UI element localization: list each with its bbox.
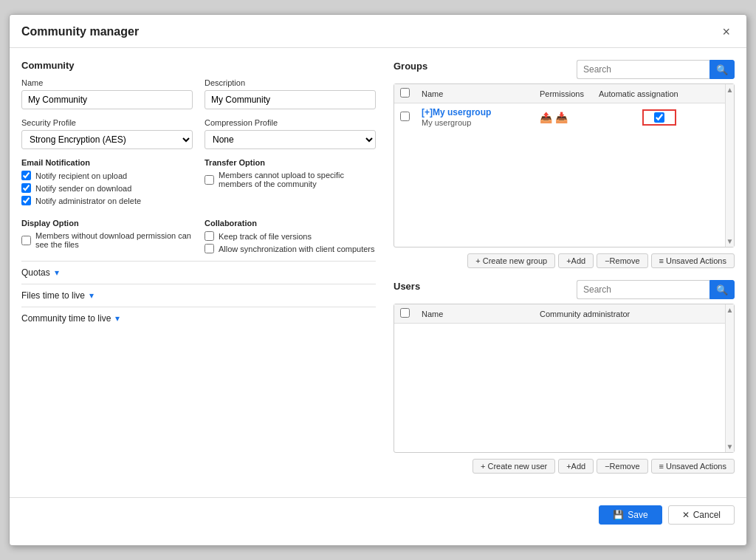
users-table-wrapper: Name Community administrator ▲ ▼ bbox=[394, 304, 735, 453]
save-button[interactable]: 💾 Save bbox=[599, 505, 662, 525]
table-row: [+]My usergroup My usergroup 📤 📥 bbox=[394, 103, 725, 132]
users-table-scroll[interactable]: Name Community administrator bbox=[394, 304, 725, 452]
group-subname: My usergroup bbox=[422, 118, 471, 127]
users-search-box: 🔍 bbox=[577, 280, 735, 299]
groups-table: Name Permissions Automatic assignation [… bbox=[394, 84, 725, 132]
description-input[interactable] bbox=[205, 90, 376, 109]
email-transfer-section: Email Notification Notify recipient on u… bbox=[21, 158, 376, 213]
users-add-button[interactable]: +Add bbox=[558, 459, 594, 474]
email-notification-title: Email Notification bbox=[21, 158, 193, 167]
create-new-user-button[interactable]: + Create new user bbox=[472, 459, 555, 474]
compression-profile-select[interactable]: None bbox=[205, 130, 376, 149]
allow-sync-checkbox[interactable] bbox=[205, 244, 214, 253]
cancel-button[interactable]: ✕ Cancel bbox=[668, 505, 735, 525]
users-check-col-header bbox=[394, 304, 416, 324]
create-new-group-button[interactable]: + Create new group bbox=[467, 253, 555, 268]
dialog-title: Community manager bbox=[21, 25, 139, 38]
files-time-row[interactable]: Files time to live ▾ bbox=[21, 284, 376, 307]
name-label: Name bbox=[21, 78, 193, 87]
notify-recipient-label[interactable]: Notify recipient on upload bbox=[21, 171, 193, 180]
security-compression-row: Security Profile Strong Encryption (AES)… bbox=[21, 118, 376, 149]
security-profile-group: Security Profile Strong Encryption (AES) bbox=[21, 118, 193, 149]
groups-remove-button[interactable]: −Remove bbox=[597, 253, 647, 268]
dialog-body: Community Name Description Security Prof… bbox=[10, 48, 746, 497]
display-option-label[interactable]: Members without download permission can … bbox=[21, 231, 193, 249]
description-group: Description bbox=[205, 78, 376, 109]
users-search-input[interactable] bbox=[577, 280, 709, 299]
groups-permissions-col-header: Permissions bbox=[534, 84, 593, 103]
auto-assign-container bbox=[599, 109, 719, 126]
compression-profile-label: Compression Profile bbox=[205, 118, 376, 127]
community-section-title: Community bbox=[21, 60, 376, 71]
collaboration-title: Collaboration bbox=[205, 219, 376, 228]
quotas-row[interactable]: Quotas ▾ bbox=[21, 261, 376, 284]
allow-sync-label[interactable]: Allow synchronization with client comput… bbox=[205, 244, 376, 253]
users-scrollbar[interactable]: ▲ ▼ bbox=[725, 304, 734, 452]
community-time-chevron-icon: ▾ bbox=[115, 313, 120, 324]
groups-search-box: 🔍 bbox=[577, 60, 735, 79]
keep-track-checkbox[interactable] bbox=[205, 231, 214, 241]
transfer-col: Transfer Option Members cannot upload to… bbox=[205, 158, 376, 213]
save-icon: 💾 bbox=[613, 510, 624, 520]
transfer-option-checkbox[interactable] bbox=[205, 175, 214, 185]
groups-unsaved-button[interactable]: ≡ Unsaved Actions bbox=[651, 253, 735, 268]
users-admin-col-header: Community administrator bbox=[534, 304, 725, 324]
collaboration-col: Collaboration Keep track of file version… bbox=[205, 219, 376, 261]
description-label: Description bbox=[205, 78, 376, 87]
notify-sender-label[interactable]: Notify sender on download bbox=[21, 183, 193, 193]
scroll-up-icon[interactable]: ▲ bbox=[726, 86, 734, 94]
close-button[interactable]: × bbox=[718, 24, 735, 40]
scroll-down-icon[interactable]: ▼ bbox=[726, 237, 734, 245]
notify-admin-checkbox[interactable] bbox=[21, 196, 31, 205]
groups-check-col-header bbox=[394, 84, 416, 103]
groups-add-button[interactable]: +Add bbox=[558, 253, 594, 268]
download-icon: 📥 bbox=[555, 112, 568, 123]
compression-profile-group: Compression Profile None bbox=[205, 118, 376, 149]
users-select-all-checkbox[interactable] bbox=[400, 308, 410, 318]
groups-header: Groups 🔍 bbox=[394, 60, 735, 79]
notify-admin-label[interactable]: Notify administrator on delete bbox=[21, 196, 193, 205]
groups-name-col-header: Name bbox=[416, 84, 534, 103]
display-col: Display Option Members without download … bbox=[21, 219, 193, 261]
groups-scrollbar[interactable]: ▲ ▼ bbox=[725, 84, 734, 247]
group-row-check bbox=[394, 103, 416, 132]
community-time-row[interactable]: Community time to live ▾ bbox=[21, 307, 376, 329]
group-name-link[interactable]: [+]My usergroup bbox=[422, 107, 491, 117]
community-time-label: Community time to live bbox=[21, 313, 111, 324]
groups-select-all-checkbox[interactable] bbox=[400, 88, 410, 98]
users-scroll-down-icon[interactable]: ▼ bbox=[726, 443, 734, 451]
transfer-option-label[interactable]: Members cannot upload to specific member… bbox=[205, 171, 376, 188]
groups-search-input[interactable] bbox=[577, 60, 709, 79]
group-checkbox[interactable] bbox=[400, 112, 410, 121]
groups-title: Groups bbox=[394, 61, 427, 72]
left-panel: Community Name Description Security Prof… bbox=[21, 60, 376, 485]
dialog-footer: 💾 Save ✕ Cancel bbox=[10, 497, 746, 532]
notify-sender-checkbox[interactable] bbox=[21, 183, 31, 193]
users-remove-button[interactable]: −Remove bbox=[597, 459, 647, 474]
users-scroll-up-icon[interactable]: ▲ bbox=[726, 306, 734, 314]
cancel-icon: ✕ bbox=[682, 510, 690, 520]
name-group: Name bbox=[21, 78, 193, 109]
users-action-bar: + Create new user +Add −Remove ≡ Unsaved… bbox=[394, 456, 735, 477]
quotas-chevron-icon: ▾ bbox=[55, 267, 59, 278]
security-profile-select[interactable]: Strong Encryption (AES) bbox=[21, 130, 193, 149]
display-option-checkbox[interactable] bbox=[21, 236, 31, 245]
notify-recipient-checkbox[interactable] bbox=[21, 171, 31, 180]
users-search-button[interactable]: 🔍 bbox=[709, 280, 735, 299]
transfer-option-title: Transfer Option bbox=[205, 158, 376, 167]
group-row-permissions: 📤 📥 bbox=[534, 103, 593, 132]
keep-track-label[interactable]: Keep track of file versions bbox=[205, 231, 376, 241]
auto-assign-checkbox[interactable] bbox=[654, 112, 664, 123]
groups-search-button[interactable]: 🔍 bbox=[709, 60, 735, 79]
users-unsaved-button[interactable]: ≡ Unsaved Actions bbox=[651, 459, 735, 474]
display-checkboxes: Members without download permission can … bbox=[21, 231, 193, 249]
display-collaboration-section: Display Option Members without download … bbox=[21, 219, 376, 261]
name-input[interactable] bbox=[21, 90, 193, 109]
dialog-header: Community manager × bbox=[10, 15, 746, 48]
groups-table-scroll[interactable]: Name Permissions Automatic assignation [… bbox=[394, 84, 725, 247]
community-manager-dialog: Community manager × Community Name Descr… bbox=[9, 14, 747, 546]
groups-action-bar: + Create new group +Add −Remove ≡ Unsave… bbox=[394, 250, 735, 271]
quotas-label: Quotas bbox=[21, 267, 50, 278]
display-option-title: Display Option bbox=[21, 219, 193, 228]
groups-auto-col-header: Automatic assignation bbox=[593, 84, 725, 103]
